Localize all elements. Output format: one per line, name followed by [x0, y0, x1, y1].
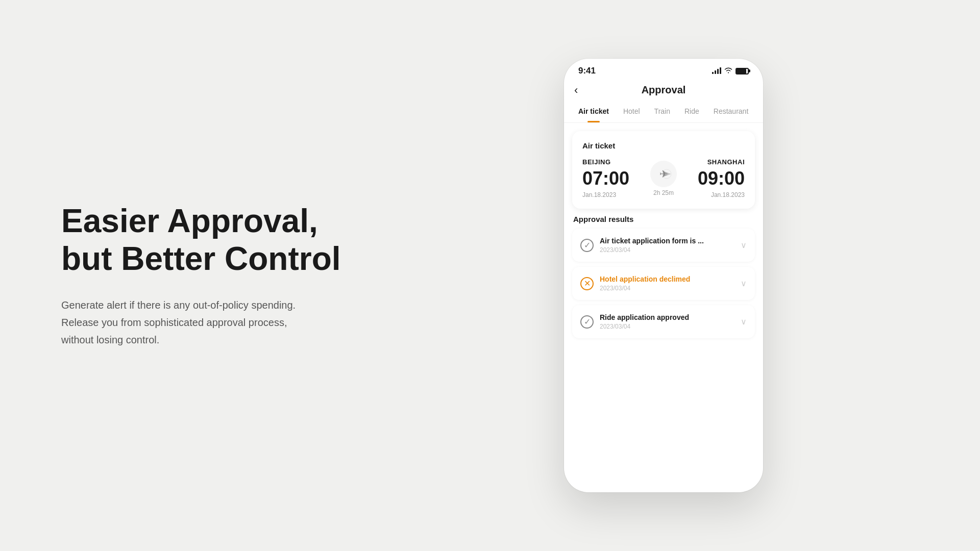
phone-mockup: 9:41: [564, 59, 763, 492]
flight-origin: BEIJING 07:00 Jan.18.2023: [582, 158, 629, 198]
chevron-down-icon-3: ∨: [741, 317, 747, 327]
approval-section: Approval results ✓ Air ticket applicatio…: [572, 215, 755, 338]
approval-item-date-1: 2023/03/04: [600, 246, 734, 254]
headline-line1: Easier Approval,: [61, 203, 318, 239]
declined-icon: ✕: [580, 277, 594, 290]
back-button[interactable]: ‹: [574, 84, 578, 97]
right-section: 9:41: [388, 59, 980, 492]
plane-icon: ✈: [650, 161, 677, 187]
app-header: ‹ Approval: [564, 80, 763, 102]
headline: Easier Approval, but Better Control: [61, 203, 388, 278]
approval-results-title: Approval results: [572, 215, 755, 223]
flight-card: Air ticket BEIJING 07:00 Jan.18.2023: [572, 131, 755, 209]
phone-content: Air ticket BEIJING 07:00 Jan.18.2023: [564, 123, 763, 492]
approval-item-title-3: Ride application approved: [600, 313, 734, 321]
approval-item-title-1: Air ticket application form is ...: [600, 237, 734, 245]
tab-restaurant[interactable]: Restaurant: [707, 102, 754, 122]
tab-air-ticket[interactable]: Air ticket: [572, 102, 615, 122]
destination-city: SHANGHAI: [698, 158, 745, 166]
destination-date: Jan.18.2023: [698, 191, 745, 198]
flight-card-title: Air ticket: [582, 141, 745, 150]
subtext: Generate alert if there is any out-of-po…: [61, 296, 306, 348]
status-time: 9:41: [578, 66, 596, 76]
wifi-icon: [724, 67, 732, 75]
approval-item-content-2: Hotel application declimed 2023/03/04: [600, 275, 734, 292]
flight-duration: 2h 25m: [653, 189, 674, 196]
signal-icon: [712, 68, 721, 74]
approved-icon-2: ✓: [580, 315, 594, 329]
tab-bar: Air ticket Hotel Train Ride Restaurant: [564, 102, 763, 123]
approved-icon: ✓: [580, 239, 594, 252]
chevron-down-icon-2: ∨: [741, 279, 747, 288]
approval-item-date-3: 2023/03/04: [600, 323, 734, 330]
status-icons: [712, 67, 749, 75]
chevron-down-icon-1: ∨: [741, 240, 747, 250]
flight-middle: ✈ 2h 25m: [650, 161, 677, 196]
tab-ride[interactable]: Ride: [678, 102, 705, 122]
tab-hotel[interactable]: Hotel: [617, 102, 646, 122]
origin-date: Jan.18.2023: [582, 191, 629, 198]
origin-time: 07:00: [582, 168, 629, 189]
status-bar: 9:41: [564, 59, 763, 80]
approval-item-content-1: Air ticket application form is ... 2023/…: [600, 237, 734, 254]
left-section: Easier Approval, but Better Control Gene…: [0, 203, 388, 348]
battery-icon: [736, 68, 749, 74]
origin-city: BEIJING: [582, 158, 629, 166]
tab-train[interactable]: Train: [648, 102, 676, 122]
page-title: Approval: [642, 84, 686, 96]
headline-line2: but Better Control: [61, 240, 341, 277]
approval-item-content-3: Ride application approved 2023/03/04: [600, 313, 734, 330]
approval-item-air-ticket[interactable]: ✓ Air ticket application form is ... 202…: [572, 229, 755, 262]
flight-destination: SHANGHAI 09:00 Jan.18.2023: [698, 158, 745, 198]
approval-item-date-2: 2023/03/04: [600, 285, 734, 292]
approval-item-ride[interactable]: ✓ Ride application approved 2023/03/04 ∨: [572, 305, 755, 338]
destination-time: 09:00: [698, 168, 745, 189]
flight-route: BEIJING 07:00 Jan.18.2023 ✈: [582, 158, 745, 198]
approval-item-hotel[interactable]: ✕ Hotel application declimed 2023/03/04 …: [572, 267, 755, 300]
approval-item-title-2: Hotel application declimed: [600, 275, 734, 283]
